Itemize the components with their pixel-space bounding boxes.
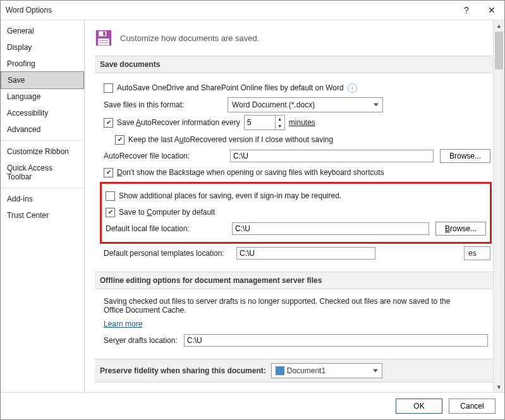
svg-rect-5 — [99, 42, 108, 43]
server-drafts-input[interactable] — [184, 334, 488, 347]
spin-up-icon[interactable]: ▲ — [276, 116, 284, 123]
keep-last-label: Keep the last AutoRecovered version if I… — [128, 135, 333, 144]
learn-more-link[interactable]: Learn more — [104, 320, 142, 328]
save-to-computer-checkbox[interactable] — [106, 208, 115, 217]
window-title: Word Options — [6, 6, 52, 15]
nav-item-display[interactable]: Display — [1, 39, 84, 56]
autorecover-label-pre: Save AutoRecover information every — [117, 118, 240, 127]
templates-input[interactable] — [236, 247, 375, 260]
ar-loc-label: AutoRecover file location: — [104, 152, 224, 160]
options-content: Customize how documents are saved. Save … — [85, 20, 493, 392]
autorecover-label-post: minutes — [289, 118, 315, 127]
autorecover-value[interactable] — [245, 116, 275, 129]
scrollbar[interactable]: ▲ ▼ — [493, 20, 504, 392]
dont-backstage-checkbox[interactable] — [104, 168, 113, 177]
cancel-button[interactable]: Cancel — [449, 399, 496, 414]
ar-browse-button[interactable]: Browse... — [440, 149, 490, 163]
ok-button[interactable]: OK — [396, 399, 442, 414]
svg-rect-4 — [99, 40, 108, 41]
svg-rect-3 — [98, 39, 109, 45]
nav-item-accessibility[interactable]: Accessibility — [1, 105, 84, 121]
autosave-checkbox[interactable] — [104, 83, 113, 93]
default-local-label: Default local file location: — [106, 224, 226, 233]
save-to-computer-label: Save to Computer by default — [119, 208, 215, 217]
nav-item-quick-access-toolbar[interactable]: Quick Access Toolbar — [1, 160, 84, 185]
format-label: Save files in this format: — [104, 100, 224, 109]
show-additional-checkbox[interactable] — [106, 191, 115, 201]
templates-tail-box[interactable]: es — [464, 246, 490, 260]
nav-item-save[interactable]: Save — [1, 71, 84, 89]
highlight-box: Show additional places for saving, even … — [100, 182, 492, 244]
autorecover-spinner[interactable]: ▲▼ — [244, 115, 285, 130]
section-preserve: Preserve fidelity when sharing this docu… — [95, 359, 493, 383]
nav-item-language[interactable]: Language — [1, 88, 84, 105]
close-button[interactable]: ✕ — [479, 1, 504, 20]
templates-label: Default personal templates location: — [104, 249, 230, 258]
scroll-up-icon[interactable]: ▲ — [494, 20, 504, 31]
nav-item-proofing[interactable]: Proofing — [1, 56, 84, 72]
nav-item-customize-ribbon[interactable]: Customize Ribbon — [1, 143, 84, 160]
info-icon[interactable]: i — [348, 83, 357, 93]
spin-down-icon[interactable]: ▼ — [276, 123, 284, 129]
format-combo[interactable]: Word Document (*.docx) — [228, 97, 383, 112]
page-header: Customize how documents are saved. — [120, 33, 259, 43]
section-save-documents: Save documents — [95, 56, 493, 73]
keep-last-checkbox[interactable] — [115, 135, 125, 145]
show-additional-label: Show additional places for saving, even … — [119, 191, 341, 200]
nav-item-general[interactable]: General — [1, 23, 84, 39]
scroll-thumb[interactable] — [495, 32, 503, 69]
nav-item-add-ins[interactable]: Add-ins — [1, 191, 84, 207]
default-local-browse-button[interactable]: Browse... — [435, 222, 486, 236]
scroll-down-icon[interactable]: ▼ — [494, 381, 504, 392]
save-floppy-icon — [95, 29, 113, 47]
nav-item-advanced[interactable]: Advanced — [1, 121, 84, 138]
nav-item-trust-center[interactable]: Trust Center — [1, 207, 84, 224]
svg-rect-2 — [103, 32, 106, 35]
ar-loc-input[interactable] — [230, 150, 434, 162]
dont-backstage-label: Don't show the Backstage when opening or… — [117, 168, 384, 177]
offline-note: Saving checked out files to server draft… — [104, 297, 470, 315]
server-drafts-label: Server drafts location: — [104, 336, 178, 345]
dialog-footer: OK Cancel — [1, 392, 504, 419]
help-button[interactable]: ? — [454, 1, 479, 20]
titlebar: Word Options ? ✕ — [1, 1, 504, 20]
section-offline: Offline editing options for document man… — [95, 272, 493, 289]
default-local-input[interactable] — [232, 222, 429, 235]
autosave-label: AutoSave OneDrive and SharePoint Online … — [117, 83, 344, 92]
autorecover-checkbox[interactable] — [104, 118, 113, 128]
preserve-doc-combo[interactable]: Document1 — [271, 363, 382, 378]
options-nav: GeneralDisplayProofingSaveLanguageAccess… — [1, 20, 85, 392]
